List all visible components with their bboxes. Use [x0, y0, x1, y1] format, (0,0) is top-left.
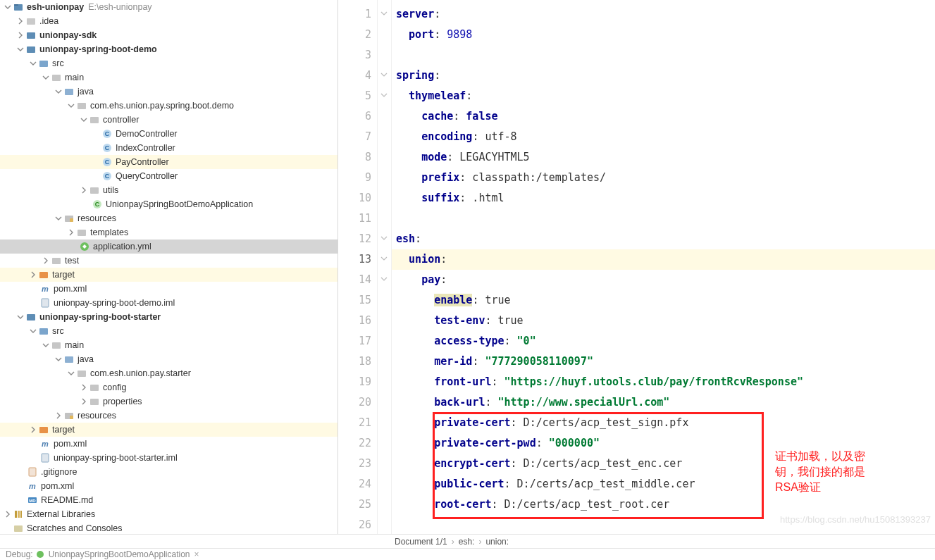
tree-item[interactable]: src: [0, 324, 338, 338]
svg-rect-18: [90, 187, 99, 194]
tree-item[interactable]: java: [0, 85, 338, 99]
code-area[interactable]: server: port: 9898spring: thymeleaf: cac…: [392, 0, 935, 534]
code-line[interactable]: port: 9898: [392, 25, 935, 45]
svg-rect-28: [42, 299, 49, 307]
tree-item[interactable]: C UnionpaySpringBootDemoApplication: [0, 197, 338, 211]
chevron-down-icon[interactable]: [54, 213, 63, 223]
chevron-right-icon[interactable]: [79, 397, 89, 406]
tree-item[interactable]: m pom.xml: [0, 282, 338, 296]
editor[interactable]: 1234567891011121314151617181920212223242…: [338, 0, 935, 534]
code-line[interactable]: thymeleaf:: [392, 86, 935, 106]
chevron-down-icon[interactable]: [28, 326, 38, 336]
tree-item[interactable]: C DemoController: [0, 127, 338, 141]
chevron-right-icon[interactable]: [16, 30, 25, 40]
chevron-right-icon[interactable]: [79, 185, 89, 195]
chevron-down-icon[interactable]: [54, 87, 63, 97]
tree-item[interactable]: C QueryController: [0, 169, 338, 183]
tree-item[interactable]: src: [0, 56, 338, 70]
tree-item[interactable]: .idea: [0, 14, 338, 28]
breadcrumb[interactable]: Document 1/1 › esh: › union:: [0, 534, 935, 548]
tree-item[interactable]: com.ehs.union.pay.spring.boot.demo: [0, 99, 338, 113]
chevron-right-icon[interactable]: [28, 270, 38, 280]
tree-item[interactable]: MD README.md: [0, 493, 338, 507]
tree-item[interactable]: .gitignore: [0, 465, 338, 479]
tree-item[interactable]: resources: [0, 409, 338, 423]
tree-label: unionpay-spring-boot-demo.iml: [54, 298, 175, 308]
tree-item[interactable]: unionpay-sdk: [0, 28, 338, 42]
code-line[interactable]: spring:: [392, 66, 935, 86]
tree-item[interactable]: unionpay-spring-boot-starter: [0, 310, 338, 324]
chevron-right-icon[interactable]: [79, 382, 89, 392]
tree-item[interactable]: main: [0, 338, 338, 352]
tree-item[interactable]: unionpay-spring-boot-starter.iml: [0, 451, 338, 465]
tree-item[interactable]: utils: [0, 183, 338, 197]
chevron-down-icon[interactable]: [16, 44, 25, 54]
tree-label: DemoController: [116, 129, 178, 139]
line-number-gutter: 1234567891011121314151617181920212223242…: [338, 0, 378, 534]
chevron-down-icon[interactable]: [79, 115, 89, 125]
tree-item[interactable]: m pom.xml: [0, 479, 338, 493]
tree-item[interactable]: properties: [0, 394, 338, 409]
code-line[interactable]: encoding: utf-8: [392, 127, 935, 147]
code-line[interactable]: enable: true: [392, 290, 935, 311]
chevron-down-icon[interactable]: [41, 340, 51, 350]
tree-item[interactable]: target: [0, 268, 338, 282]
tree-item[interactable]: resources: [0, 211, 338, 225]
chevron-right-icon[interactable]: [16, 16, 25, 26]
tree-item[interactable]: config: [0, 380, 338, 394]
chevron-right-icon[interactable]: [41, 256, 51, 266]
code-line[interactable]: [392, 45, 935, 66]
chevron-down-icon[interactable]: [41, 73, 51, 82]
chevron-down-icon[interactable]: [3, 2, 13, 12]
tree-label: utils: [103, 185, 118, 195]
code-line[interactable]: back-url: "http://www.specialUrl.com": [392, 392, 935, 413]
chevron-down-icon[interactable]: [66, 101, 76, 111]
tree-item[interactable]: com.esh.union.pay.starter: [0, 366, 338, 380]
breadcrumb-item[interactable]: union:: [485, 537, 509, 547]
chevron-right-icon[interactable]: [28, 425, 38, 435]
tree-item[interactable]: controller: [0, 113, 338, 127]
chevron-down-icon[interactable]: [28, 58, 38, 68]
code-line[interactable]: mode: LEGACYHTML5: [392, 147, 935, 168]
tree-label: application.yml: [93, 242, 151, 251]
project-tree[interactable]: esh-unionpay E:\esh-unionpay .idea union…: [0, 0, 338, 534]
run-config-name[interactable]: UnionpaySpringBootDemoApplication: [49, 549, 190, 559]
code-line[interactable]: [392, 209, 935, 229]
tree-item[interactable]: java: [0, 352, 338, 366]
breadcrumb-item[interactable]: esh:: [459, 537, 475, 547]
tree-item[interactable]: unionpay-spring-boot-demo.iml: [0, 296, 338, 310]
tree-item[interactable]: templates: [0, 225, 338, 239]
tree-item[interactable]: test: [0, 254, 338, 268]
chevron-down-icon[interactable]: [16, 312, 25, 322]
chevron-right-icon[interactable]: [66, 228, 76, 237]
chevron-down-icon[interactable]: [54, 354, 63, 364]
code-line[interactable]: pay:: [392, 270, 935, 290]
close-icon[interactable]: ×: [194, 549, 199, 559]
code-line[interactable]: cache: false: [392, 106, 935, 127]
code-line[interactable]: esh:: [392, 229, 935, 249]
code-line[interactable]: server:: [392, 4, 935, 25]
tree-item[interactable]: C PayController: [0, 155, 338, 169]
chevron-right-icon[interactable]: [54, 411, 63, 421]
debug-toolbar[interactable]: Debug: UnionpaySpringBootDemoApplication…: [0, 548, 935, 560]
code-line[interactable]: access-type: "0": [392, 331, 935, 351]
code-line[interactable]: union:: [392, 249, 935, 270]
tree-item[interactable]: External Libraries: [0, 507, 338, 521]
code-line[interactable]: test-env: true: [392, 311, 935, 331]
tree-item[interactable]: Scratches and Consoles: [0, 521, 338, 534]
code-line[interactable]: suffix: .html: [392, 188, 935, 209]
tree-item-selected[interactable]: application.yml: [0, 239, 338, 254]
fold-gutter[interactable]: [378, 0, 392, 534]
tree-item[interactable]: main: [0, 70, 338, 85]
tree-item[interactable]: m pom.xml: [0, 437, 338, 451]
code-line[interactable]: mer-id: "777290058110097": [392, 351, 935, 372]
tree-item[interactable]: C IndexController: [0, 141, 338, 155]
tree-item[interactable]: target: [0, 423, 338, 437]
tree-item[interactable]: unionpay-spring-boot-demo: [0, 42, 338, 56]
code-line[interactable]: prefix: classpath:/templates/: [392, 168, 935, 188]
tree-root[interactable]: esh-unionpay E:\esh-unionpay: [0, 0, 338, 14]
chevron-right-icon[interactable]: [3, 509, 13, 519]
svg-rect-45: [15, 511, 17, 518]
code-line[interactable]: front-url: "https://huyf.utools.club/pay…: [392, 372, 935, 392]
chevron-down-icon[interactable]: [66, 368, 76, 378]
